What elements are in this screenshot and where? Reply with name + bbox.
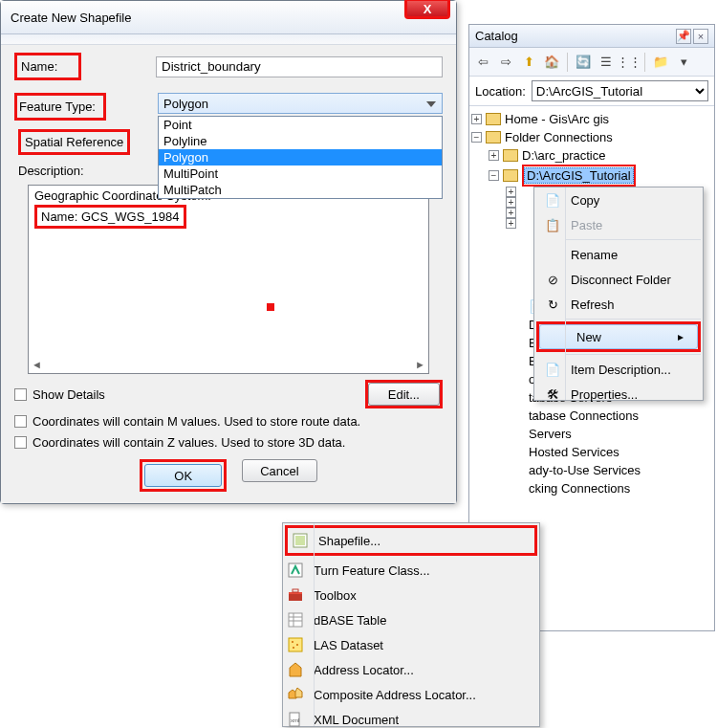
tree-item[interactable]: ady-to-Use Services — [529, 461, 712, 479]
turn-icon — [283, 563, 308, 578]
scroll-right-icon[interactable]: ► — [415, 359, 425, 370]
checkbox-icon — [14, 436, 27, 449]
up-icon[interactable]: ⬆ — [519, 53, 538, 72]
menu-composite-address-locator[interactable]: Composite Address Locator... — [283, 682, 539, 707]
catalog-toolbar: ⇦ ⇨ ⬆ 🏠 🔄 ☰ ⋮⋮ 📁 ▾ — [469, 48, 714, 77]
tree-node[interactable]: −Folder Connections — [471, 128, 712, 146]
dialog-subheader — [1, 34, 456, 45]
svg-point-12 — [296, 644, 298, 646]
dialog-body: Name: Feature Type: Polygon Point Polyli… — [1, 45, 456, 503]
composite-locator-icon — [283, 687, 308, 702]
new-submenu: Shapefile... Turn Feature Class... Toolb… — [282, 522, 540, 727]
toggle-icon[interactable]: 🔄 — [574, 53, 593, 72]
tree-node[interactable]: +Home - Gis\Arc gis — [471, 110, 712, 128]
combo-option[interactable]: MultiPatch — [159, 182, 442, 198]
svg-rect-10 — [289, 638, 302, 651]
create-shapefile-dialog: Create New Shapefile X Name: Feature Typ… — [0, 0, 457, 504]
menu-new-highlight: New ▸ — [536, 321, 701, 352]
home-icon[interactable]: 🏠 — [542, 53, 561, 72]
menu-separator — [565, 239, 701, 240]
description-box: Geographic Coordinate System: Name: GCS_… — [28, 185, 429, 374]
menu-properties[interactable]: 🛠 Properties... — [534, 382, 703, 407]
menu-copy[interactable]: 📄 Copy — [534, 188, 703, 212]
las-icon — [283, 637, 308, 652]
svg-rect-6 — [289, 613, 302, 627]
paste-icon: 📋 — [540, 218, 565, 232]
checkbox-icon — [14, 388, 27, 401]
dialog-title-bar[interactable]: Create New Shapefile X — [1, 1, 456, 34]
options-icon[interactable]: ▾ — [674, 53, 693, 72]
menu-refresh[interactable]: ↻ Refresh — [534, 292, 703, 317]
tree-item[interactable]: tabase Connections — [529, 407, 712, 425]
menu-dbase-table[interactable]: dBASE Table — [283, 607, 539, 632]
menu-las-dataset[interactable]: LAS Dataset — [283, 632, 539, 657]
refresh-icon: ↻ — [540, 298, 565, 312]
location-row: Location: D:\ArcGIS_Tutorial — [469, 77, 714, 106]
submenu-arrow-icon: ▸ — [678, 330, 684, 343]
toolbar-sep — [644, 53, 645, 72]
copy-icon: 📄 — [540, 193, 565, 208]
catalog-header[interactable]: Catalog 📌 × — [469, 25, 714, 48]
close-button[interactable]: X — [404, 0, 450, 19]
list-view-icon[interactable]: ⋮⋮ — [619, 53, 639, 72]
desc-line2: Name: GCS_WGS_1984 — [34, 205, 186, 229]
desc-line2-wrap: Name: GCS_WGS_1984 — [34, 205, 423, 229]
svg-text:xml: xml — [291, 717, 299, 723]
forward-icon[interactable]: ⇨ — [496, 53, 515, 72]
edit-button-highlight: Edit... — [365, 380, 443, 408]
menu-toolbox[interactable]: Toolbox — [283, 583, 539, 607]
tree-item[interactable]: Servers — [529, 425, 712, 443]
pin-icon[interactable]: 📌 — [676, 29, 691, 44]
close-icon[interactable]: × — [693, 29, 708, 44]
ok-button[interactable]: OK — [144, 464, 222, 487]
menu-separator — [565, 354, 701, 355]
menu-address-locator[interactable]: Address Locator... — [283, 657, 539, 682]
folder-icon — [486, 131, 501, 143]
tree-item[interactable]: cking Connections — [529, 479, 712, 497]
feature-type-label: Feature Type: — [14, 93, 156, 121]
z-values-label: Coordinates will contain Z values. Used … — [33, 435, 345, 450]
z-values-checkbox[interactable]: Coordinates will contain Z values. Used … — [14, 435, 345, 450]
cancel-button[interactable]: Cancel — [242, 459, 316, 482]
menu-gutter — [565, 188, 566, 400]
m-values-checkbox[interactable]: Coordinates will contain M values. Used … — [14, 414, 360, 429]
combo-option-selected[interactable]: Polygon — [159, 149, 442, 165]
svg-rect-3 — [289, 593, 302, 601]
combo-option[interactable]: MultiPoint — [159, 165, 442, 182]
toolbar-sep — [567, 53, 568, 72]
name-label: Name: — [14, 53, 156, 80]
checkbox-icon — [14, 415, 27, 428]
ok-button-highlight: OK — [140, 459, 227, 492]
menu-paste: 📋 Paste — [534, 212, 703, 237]
folder-icon — [503, 169, 518, 182]
spatial-reference-label: Spatial Reference — [18, 129, 130, 155]
menu-rename[interactable]: Rename — [534, 242, 703, 267]
connect-folder-icon[interactable]: 📁 — [651, 53, 670, 72]
tree-item[interactable]: Hosted Services — [529, 443, 712, 461]
red-marker — [267, 303, 274, 311]
tree-node-selected[interactable]: − D:\ArcGIS_Tutorial — [471, 165, 712, 187]
location-combo[interactable]: D:\ArcGIS_Tutorial — [532, 80, 708, 101]
folder-icon — [503, 149, 518, 162]
back-icon[interactable]: ⇦ — [473, 53, 492, 72]
name-input[interactable] — [156, 56, 443, 77]
show-details-checkbox[interactable]: Show Details — [14, 387, 105, 402]
menu-disconnect-folder[interactable]: ⊘ Disconnect Folder — [534, 267, 703, 292]
m-values-label: Coordinates will contain M values. Used … — [33, 414, 360, 429]
edit-button[interactable]: Edit... — [368, 383, 440, 406]
location-label: Location: — [475, 84, 526, 99]
menu-xml-document[interactable]: xml XML Document — [283, 707, 539, 728]
feature-type-combo[interactable]: Polygon Point Polyline Polygon MultiPoin… — [158, 93, 443, 114]
tree-view-icon[interactable]: ☰ — [597, 53, 616, 72]
shapefile-item-highlight: Shapefile... — [285, 525, 537, 556]
menu-turn-feature-class[interactable]: Turn Feature Class... — [283, 558, 539, 583]
combo-option[interactable]: Point — [159, 117, 442, 133]
combo-option[interactable]: Polyline — [159, 133, 442, 149]
menu-new[interactable]: New ▸ — [539, 324, 698, 349]
menu-item-description[interactable]: 📄 Item Description... — [534, 357, 703, 382]
locator-icon — [283, 662, 308, 677]
menu-shapefile[interactable]: Shapefile... — [288, 528, 534, 553]
scroll-left-icon[interactable]: ◄ — [32, 359, 42, 370]
document-icon: 📄 — [540, 363, 565, 377]
tree-node[interactable]: +D:\arc_practice — [471, 146, 712, 165]
